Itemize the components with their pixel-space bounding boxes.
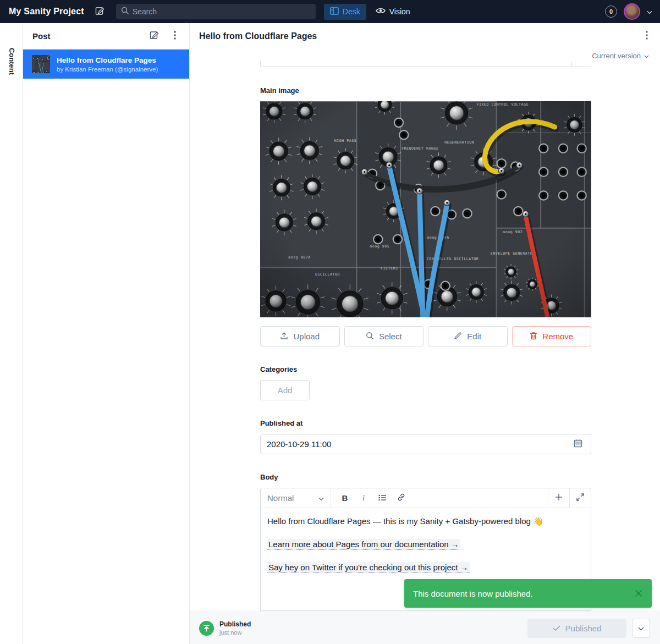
version-label: Current version	[592, 52, 641, 60]
document-header: Hello from Cloudflare Pages	[190, 23, 660, 49]
calendar-icon	[574, 439, 582, 450]
document-menu-button[interactable]	[639, 29, 654, 44]
toast-close-button[interactable]	[634, 589, 643, 598]
content-rail: Content	[0, 23, 23, 644]
body-label: Body	[260, 473, 591, 481]
list-item-post[interactable]: Hello from Cloudflare Pages by Kristian …	[23, 49, 189, 79]
search-icon	[366, 332, 374, 342]
body-link-docs[interactable]: Learn more about Pages from our document…	[267, 539, 460, 550]
status-title: Published	[219, 620, 251, 628]
published-at-input[interactable]	[267, 439, 571, 449]
document-form: Main image HIGH PASSmoog 907Amoog 995moo…	[190, 62, 660, 612]
content-tab[interactable]: Content	[7, 48, 15, 75]
compose-button[interactable]	[92, 3, 108, 20]
tab-vision-label: Vision	[389, 7, 410, 16]
chevron-down-icon[interactable]	[647, 7, 652, 16]
post-thumbnail	[32, 55, 50, 73]
post-panel-menu-button[interactable]	[167, 29, 183, 44]
body-paragraph[interactable]: Hello from Cloudflare Pages — this is my…	[267, 515, 584, 527]
compose-icon	[95, 6, 105, 18]
post-item-title: Hello from Cloudflare Pages	[57, 56, 158, 64]
document-footer: Published just now Published	[190, 612, 660, 644]
main-image-preview[interactable]: HIGH PASSmoog 907Amoog 995moog 904AFILTE…	[260, 101, 591, 317]
upload-button[interactable]: Upload	[260, 326, 340, 346]
search-input[interactable]	[133, 7, 311, 16]
desk-icon	[330, 7, 339, 16]
search-icon	[121, 7, 129, 16]
link-icon	[397, 493, 405, 503]
remove-button[interactable]: Remove	[512, 326, 592, 346]
slug-input-partial[interactable]	[260, 62, 591, 67]
document-pane: Hello from Cloudflare Pages Current vers…	[190, 23, 660, 644]
status-subtitle: just now	[219, 629, 251, 636]
calendar-button[interactable]	[571, 438, 585, 451]
navbar-right: 0	[605, 3, 652, 20]
image-actions: Upload Select Edit	[260, 326, 591, 346]
italic-button[interactable]: i	[355, 491, 372, 506]
link-button[interactable]	[393, 491, 409, 506]
edit-button[interactable]: Edit	[428, 326, 508, 346]
new-post-button[interactable]	[146, 29, 162, 44]
kebab-menu-icon	[646, 31, 648, 42]
chevron-down-icon	[644, 52, 649, 60]
version-row: Current version	[190, 49, 660, 62]
fullscreen-button[interactable]	[570, 488, 591, 508]
select-button[interactable]: Select	[344, 326, 424, 346]
version-selector[interactable]: Current version	[592, 52, 649, 60]
tab-desk-label: Desk	[343, 7, 360, 16]
bullet-list-button[interactable]	[374, 491, 391, 506]
publish-status: Published just now	[199, 620, 251, 636]
trash-icon	[530, 332, 537, 342]
plus-icon	[555, 493, 563, 503]
upload-icon	[280, 332, 288, 342]
expand-icon	[576, 493, 584, 503]
post-panel-title: Post	[32, 31, 51, 41]
kebab-menu-icon	[174, 31, 176, 42]
text-style-value: Normal	[267, 493, 294, 503]
notifications-badge[interactable]: 0	[605, 5, 617, 18]
document-title: Hello from Cloudflare Pages	[199, 31, 317, 41]
add-category-button[interactable]: Add	[260, 380, 310, 400]
categories-label: Categories	[260, 365, 591, 373]
post-list-panel: Post Hello from Cloudflare Pages	[23, 23, 190, 644]
post-item-subtitle: by Kristian Freeman (@signalnerve)	[57, 66, 158, 73]
published-at-label: Published at	[260, 419, 591, 427]
synth-photo: HIGH PASSmoog 907Amoog 995moog 904AFILTE…	[260, 101, 591, 317]
toast-message: This document is now published.	[413, 589, 533, 598]
bold-button[interactable]: B	[337, 491, 353, 506]
search-bar	[116, 4, 316, 19]
publish-button[interactable]: Published	[527, 619, 626, 638]
eye-icon	[376, 7, 386, 16]
published-icon	[199, 621, 214, 636]
body-link-twitter[interactable]: Say hey on Twitter if you're checking ou…	[267, 562, 470, 573]
insert-block-button[interactable]	[548, 488, 569, 508]
project-title: My Sanity Project	[9, 7, 84, 16]
tab-vision[interactable]: Vision	[370, 4, 416, 19]
editor-toolbar: Normal B i	[261, 488, 591, 508]
published-at-field	[260, 434, 591, 454]
avatar[interactable]	[624, 3, 640, 20]
chevron-down-icon	[318, 493, 324, 503]
compose-icon	[150, 30, 159, 42]
bullet-list-icon	[378, 493, 387, 503]
check-icon	[553, 624, 560, 633]
tab-desk[interactable]: Desk	[324, 4, 366, 20]
top-navbar: My Sanity Project Desk Vision 0	[0, 0, 660, 23]
main-image-label: Main image	[260, 86, 591, 95]
pencil-icon	[454, 332, 462, 342]
post-panel-header: Post	[23, 23, 189, 49]
publish-menu-button[interactable]	[632, 619, 650, 638]
tool-tabs: Desk Vision	[324, 4, 416, 20]
text-style-dropdown[interactable]: Normal	[261, 488, 331, 508]
publish-toast: This document is now published.	[404, 579, 652, 608]
chevron-down-icon	[638, 623, 644, 633]
